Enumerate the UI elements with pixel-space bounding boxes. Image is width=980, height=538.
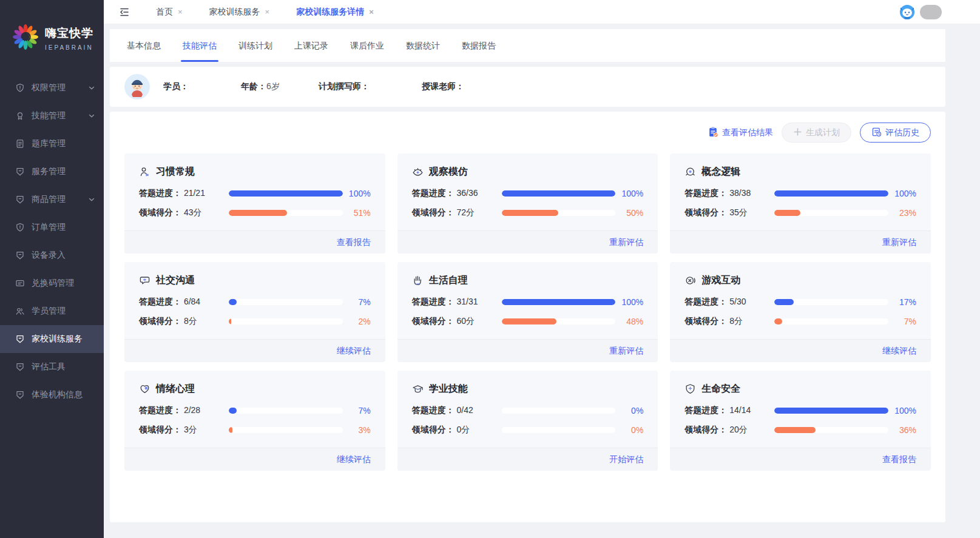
metric-row: 答题进度： 38/38100% bbox=[684, 188, 916, 199]
logo-flower-icon bbox=[12, 24, 39, 53]
close-tab-icon[interactable]: × bbox=[369, 7, 374, 16]
user-avatar[interactable] bbox=[920, 5, 942, 19]
student-field-label: 学员： bbox=[163, 81, 189, 92]
window-tab-家校训练服务[interactable]: 家校训练服务× bbox=[209, 7, 270, 18]
percent-value: 2% bbox=[343, 317, 371, 326]
progress-bar-track bbox=[502, 299, 616, 305]
sidebar-item-技能管理[interactable]: 技能管理 bbox=[0, 102, 104, 130]
progress-bar-fill bbox=[774, 408, 888, 414]
percent-value: 7% bbox=[343, 406, 371, 415]
sidebar-item-权限管理[interactable]: 权限管理 bbox=[0, 74, 104, 102]
sidebar-item-label: 订单管理 bbox=[32, 222, 95, 233]
close-tab-icon[interactable]: × bbox=[178, 7, 183, 16]
progress-bar-track bbox=[502, 210, 616, 216]
tab-数据报告[interactable]: 数据报告 bbox=[460, 31, 498, 62]
shieldplus-icon bbox=[684, 383, 696, 395]
progress-bar-track bbox=[774, 299, 888, 305]
sidebar-item-商品管理[interactable]: 商品管理 bbox=[0, 186, 104, 214]
percent-value: 7% bbox=[343, 297, 371, 307]
game-icon bbox=[684, 275, 696, 286]
sidebar-item-体验机构信息[interactable]: 体验机构信息 bbox=[0, 381, 104, 409]
card-action-link[interactable]: 开始评估 bbox=[609, 454, 643, 464]
card-action-link[interactable]: 重新评估 bbox=[609, 346, 643, 355]
tab-训练计划[interactable]: 训练计划 bbox=[237, 31, 274, 62]
mascot-avatar-icon[interactable] bbox=[899, 4, 915, 20]
card-action-link[interactable]: 继续评估 bbox=[337, 346, 371, 355]
doc-icon bbox=[15, 139, 25, 149]
assessment-history-button[interactable]: 评估历史 bbox=[860, 123, 931, 143]
progress-bar-fill bbox=[502, 299, 616, 305]
percent-value: 17% bbox=[888, 297, 916, 307]
tab-技能评估[interactable]: 技能评估 bbox=[181, 31, 218, 62]
progress-bar-track bbox=[229, 190, 343, 197]
skill-card-title-row: 习惯常规 bbox=[139, 166, 371, 178]
sidebar-item-学员管理[interactable]: 学员管理 bbox=[0, 297, 104, 325]
tab-上课记录[interactable]: 上课记录 bbox=[292, 31, 330, 62]
close-tab-icon[interactable]: × bbox=[265, 7, 270, 16]
clipboard-check-icon bbox=[708, 126, 719, 140]
skill-card-学业技能: 学业技能答题进度： 0/420%领域得分： 0分0%开始评估 bbox=[397, 371, 658, 471]
window-tab-label: 家校训练服务 bbox=[209, 7, 260, 18]
progress-bar-fill bbox=[502, 210, 559, 216]
skill-card-footer: 继续评估 bbox=[670, 339, 931, 362]
card-action-link[interactable]: 重新评估 bbox=[609, 237, 643, 247]
hand-icon bbox=[412, 275, 424, 286]
metric-label: 领域得分： 43分 bbox=[139, 207, 229, 218]
metric-row: 领域得分： 35分23% bbox=[684, 207, 916, 218]
sidebar-item-家校训练服务[interactable]: 家校训练服务 bbox=[0, 325, 104, 353]
skill-card-title: 游戏互动 bbox=[701, 274, 740, 287]
sidebar-item-label: 兑换码管理 bbox=[32, 278, 95, 289]
metric-label: 领域得分： 8分 bbox=[684, 316, 774, 327]
card-action-link[interactable]: 查看报告 bbox=[337, 237, 371, 247]
tab-数据统计[interactable]: 数据统计 bbox=[404, 31, 442, 62]
collapse-sidebar-icon[interactable] bbox=[118, 6, 130, 18]
skill-card-body: 情绪心理答题进度： 2/287%领域得分： 3分3% bbox=[124, 371, 385, 448]
sidebar-item-兑换码管理[interactable]: 兑换码管理 bbox=[0, 269, 104, 297]
progress-bar-track bbox=[502, 408, 616, 414]
users-icon bbox=[15, 306, 25, 316]
shield-icon bbox=[15, 223, 25, 232]
window-tab-首页[interactable]: 首页× bbox=[156, 7, 183, 18]
metric-label: 领域得分： 60分 bbox=[412, 316, 502, 327]
tab-基本信息[interactable]: 基本信息 bbox=[125, 31, 163, 62]
skill-card-title-row: 情绪心理 bbox=[139, 383, 371, 395]
student-avatar bbox=[124, 74, 150, 99]
student-field-label: 年龄： bbox=[241, 81, 266, 92]
skill-card-title-row: 观察模仿 bbox=[412, 166, 644, 178]
sidebar-item-设备录入[interactable]: 设备录入 bbox=[0, 241, 104, 269]
sidebar-item-服务管理[interactable]: 服务管理 bbox=[0, 158, 104, 186]
percent-value: 50% bbox=[615, 208, 643, 218]
percent-value: 0% bbox=[615, 406, 643, 415]
skill-card-title-row: 概念逻辑 bbox=[684, 166, 916, 178]
tab-课后作业[interactable]: 课后作业 bbox=[348, 31, 386, 62]
card-action-link[interactable]: 重新评估 bbox=[882, 237, 916, 247]
card-action-link[interactable]: 查看报告 bbox=[882, 454, 916, 464]
card-action-link[interactable]: 继续评估 bbox=[337, 454, 371, 464]
card-action-link[interactable]: 继续评估 bbox=[882, 346, 916, 355]
window-tab-家校训练服务详情[interactable]: 家校训练服务详情× bbox=[296, 7, 374, 18]
percent-value: 36% bbox=[888, 425, 916, 435]
generate-plan-button[interactable]: 生成计划 bbox=[782, 123, 851, 143]
metric-label: 答题进度： 38/38 bbox=[684, 188, 774, 199]
progress-bar-fill bbox=[502, 318, 556, 324]
skill-card-body: 观察模仿答题进度： 36/36100%领域得分： 72分50% bbox=[397, 153, 658, 230]
sidebar: 嗨宝快学 IEPABRAIN 权限管理技能管理题库管理服务管理商品管理订单管理设… bbox=[0, 0, 104, 538]
progress-bar-fill bbox=[774, 210, 800, 216]
sidebar-item-题库管理[interactable]: 题库管理 bbox=[0, 130, 104, 158]
progress-bar-fill bbox=[774, 427, 816, 433]
heart-icon bbox=[139, 383, 150, 395]
tag-icon bbox=[15, 167, 25, 177]
view-assessment-result-label: 查看评估结果 bbox=[722, 127, 773, 138]
skill-card-title-row: 生命安全 bbox=[684, 383, 916, 395]
metric-row: 领域得分： 72分50% bbox=[412, 207, 644, 218]
skill-card-body: 生命安全答题进度： 14/14100%领域得分： 20分36% bbox=[670, 371, 931, 448]
skill-card-社交沟通: 社交沟通答题进度： 6/847%领域得分： 8分2%继续评估 bbox=[124, 262, 385, 362]
view-assessment-result-link[interactable]: 查看评估结果 bbox=[708, 126, 773, 140]
metric-row: 领域得分： 20分36% bbox=[684, 425, 916, 435]
sidebar-item-评估工具[interactable]: 评估工具 bbox=[0, 353, 104, 381]
percent-value: 100% bbox=[888, 406, 916, 415]
sidebar-item-订单管理[interactable]: 订单管理 bbox=[0, 214, 104, 241]
skill-card-title-row: 学业技能 bbox=[412, 383, 644, 395]
skill-card-footer: 重新评估 bbox=[397, 230, 658, 254]
chevron-down-icon bbox=[88, 196, 95, 203]
